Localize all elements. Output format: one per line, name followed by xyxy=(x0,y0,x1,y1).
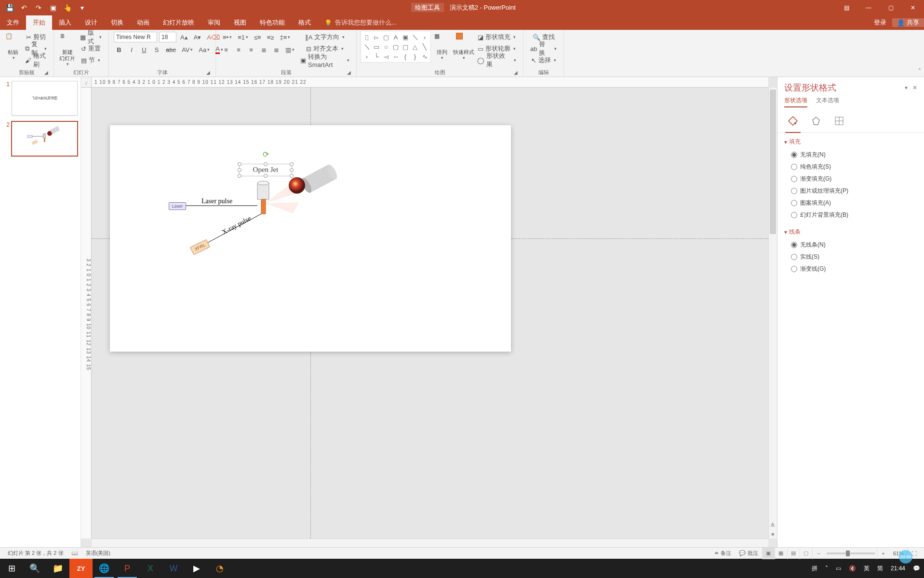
tab-review[interactable]: 审阅 xyxy=(201,15,227,30)
format-tab-shape[interactable]: 形状选项 xyxy=(784,96,807,107)
selection-handle[interactable] xyxy=(290,174,294,178)
italic-button[interactable]: I xyxy=(126,44,137,55)
align-left-button[interactable]: ≡ xyxy=(221,44,231,55)
zoom-in-button[interactable]: + xyxy=(877,548,889,559)
vertical-scrollbar[interactable]: ▲ ▼ xyxy=(768,88,777,539)
size-category-icon[interactable] xyxy=(830,113,848,129)
slide[interactable]: ⟳ Open Jet Laser pulse Laser X-ray pulse… xyxy=(110,125,511,352)
slide-thumbnails-panel[interactable]: 1 飞秒X射线原理图 2 xyxy=(0,77,81,547)
selection-handle[interactable] xyxy=(264,174,268,178)
shape-arrowlr-icon[interactable]: ↔ xyxy=(391,52,401,61)
font-dialog-launcher[interactable]: ◢ xyxy=(205,69,212,76)
shape-effects-button[interactable]: ◯形状效果▾ xyxy=(475,55,518,66)
share-button[interactable]: 👤 共享 xyxy=(892,18,924,27)
line-none-radio[interactable]: 无线条(N) xyxy=(784,239,917,251)
tell-me-box[interactable]: 💡 告诉我您想要做什么... xyxy=(318,15,403,30)
word-taskbar-icon[interactable]: W xyxy=(162,559,185,578)
tray-chevron-up-icon[interactable]: ˄ xyxy=(821,559,832,578)
volume-icon[interactable]: 🔇 xyxy=(845,559,860,578)
tab-slideshow[interactable]: 幻灯片放映 xyxy=(156,15,201,30)
zoom-slider-thumb[interactable] xyxy=(846,551,850,556)
start-from-beginning-button[interactable]: ▣ xyxy=(46,1,60,14)
shape-rrect-icon[interactable]: ▢ xyxy=(391,42,401,52)
strikethrough-button[interactable]: abc xyxy=(164,44,178,55)
bullets-button[interactable]: ≡•▾ xyxy=(221,32,234,42)
pane-close-button[interactable]: ✕ xyxy=(912,84,917,91)
shape-chev-icon[interactable]: › xyxy=(420,32,429,42)
grow-font-button[interactable]: A▴ xyxy=(178,32,190,42)
battery-icon[interactable]: ▭ xyxy=(832,559,845,578)
paste-button[interactable]: 📋 粘贴 ▾ xyxy=(4,31,22,66)
selection-handle[interactable] xyxy=(238,174,241,178)
laser-pulse-label[interactable]: Laser pulse xyxy=(201,197,232,205)
normal-view-button[interactable]: ▣ xyxy=(762,548,775,559)
reset-button[interactable]: ↺重置 xyxy=(78,43,104,54)
shape-image-icon[interactable]: ▣ xyxy=(401,32,410,42)
change-case-button[interactable]: Aa▾ xyxy=(197,44,212,55)
redo-button[interactable]: ↷ xyxy=(32,1,45,14)
save-button[interactable]: 💾 xyxy=(3,1,16,14)
powerpoint-taskbar-icon[interactable]: P xyxy=(116,559,139,578)
shape-arrowr-icon[interactable]: ▻ xyxy=(372,32,381,42)
char-spacing-button[interactable]: AV▾ xyxy=(180,44,195,55)
shape-diag-icon[interactable]: ╲ xyxy=(420,42,429,52)
slide-counter[interactable]: 幻灯片 第 2 张，共 2 张 xyxy=(4,548,67,559)
shape-rect-icon[interactable]: ▭ xyxy=(372,42,381,52)
shrink-font-button[interactable]: A▾ xyxy=(192,32,203,42)
select-button[interactable]: ↖选择▾ xyxy=(528,55,559,66)
shadow-button[interactable]: S xyxy=(151,44,162,55)
align-center-button[interactable]: ≡ xyxy=(233,44,244,55)
laser-box[interactable]: Laser xyxy=(169,202,186,210)
decrease-indent-button[interactable]: ≤≡ xyxy=(252,32,263,42)
tab-transitions[interactable]: 切换 xyxy=(104,15,130,30)
scrollbar-thumb[interactable] xyxy=(770,90,776,234)
horizontal-ruler[interactable]: 1 10 9 8 7 6 5 4 3 2 1 0 1 2 3 4 5 6 7 8… xyxy=(92,77,768,88)
underline-button[interactable]: U xyxy=(139,44,149,55)
shape-brace-icon[interactable]: { xyxy=(401,52,410,61)
shape-elbow-icon[interactable]: └ xyxy=(372,52,381,61)
font-size-combo[interactable]: 18 xyxy=(159,32,176,42)
undo-button[interactable]: ↶ xyxy=(17,1,31,14)
app-taskbar-icon[interactable]: ◔ xyxy=(208,559,231,578)
tab-insert[interactable]: 插入 xyxy=(52,15,78,30)
notes-button[interactable]: ≐ 备注 xyxy=(710,548,735,559)
sorter-view-button[interactable]: ▦ xyxy=(775,548,787,559)
qat-more-button[interactable]: ▾ xyxy=(75,1,89,14)
shape-line-icon[interactable]: ＼ xyxy=(410,32,420,42)
distribute-button[interactable]: ≣ xyxy=(271,44,281,55)
bold-button[interactable]: B xyxy=(114,44,124,55)
action-center-icon[interactable]: 💬 xyxy=(909,559,924,578)
new-slide-button[interactable]: 🗎 新建 幻灯片 ▾ xyxy=(58,31,77,66)
ime-simp-indicator[interactable]: 简 xyxy=(873,559,887,578)
paragraph-dialog-launcher[interactable]: ◢ xyxy=(346,69,352,76)
shape-chev2-icon[interactable]: › xyxy=(362,52,372,61)
line-spacing-button[interactable]: ‡≡▾ xyxy=(278,32,292,42)
thumbnail-slide-2[interactable]: 2 xyxy=(3,121,78,156)
shape-line2-icon[interactable]: ＼ xyxy=(362,42,372,52)
replace-button[interactable]: ab替换▾ xyxy=(528,43,559,54)
ime-indicator[interactable]: 拼 xyxy=(808,559,821,578)
clock[interactable]: 21:44 xyxy=(887,559,909,578)
tab-special[interactable]: 特色功能 xyxy=(253,15,292,30)
shape-arrowl-icon[interactable]: ◅ xyxy=(381,52,391,61)
ime-lang-indicator[interactable]: 英 xyxy=(860,559,873,578)
increase-indent-button[interactable]: ≡≥ xyxy=(265,32,276,42)
fill-gradient-radio[interactable]: 渐变填充(G) xyxy=(784,173,917,185)
vertical-ruler[interactable]: 3 2 1 0 1 2 3 4 5 6 7 8 9 10 11 12 13 14… xyxy=(81,88,92,539)
arrange-button[interactable]: ▦ 排列 ▾ xyxy=(431,31,453,66)
comments-button[interactable]: 💬 批注 xyxy=(735,548,762,559)
edge-taskbar-icon[interactable]: 🌐 xyxy=(93,559,116,578)
shape-fill-button[interactable]: ◪形状填充▾ xyxy=(475,32,518,42)
maximize-button[interactable]: ▢ xyxy=(880,0,902,15)
fill-pattern-radio[interactable]: 图案填充(A) xyxy=(784,197,917,209)
pane-options-button[interactable]: ▾ xyxy=(905,84,908,91)
collapse-ribbon-button[interactable]: ˄ xyxy=(918,68,921,75)
zy-taskbar-icon[interactable]: ZY xyxy=(69,559,93,578)
ribbon-display-options-button[interactable]: ▤ xyxy=(835,0,857,15)
tab-home[interactable]: 开始 xyxy=(26,15,52,30)
text-direction-button[interactable]: ‖A文字方向▾ xyxy=(298,32,351,42)
tab-design[interactable]: 设计 xyxy=(78,15,104,30)
format-tab-text[interactable]: 文本选项 xyxy=(816,96,839,107)
shape-cylinder-icon[interactable]: ⌷ xyxy=(362,32,372,42)
language-button[interactable]: 英语(美国) xyxy=(82,548,114,559)
